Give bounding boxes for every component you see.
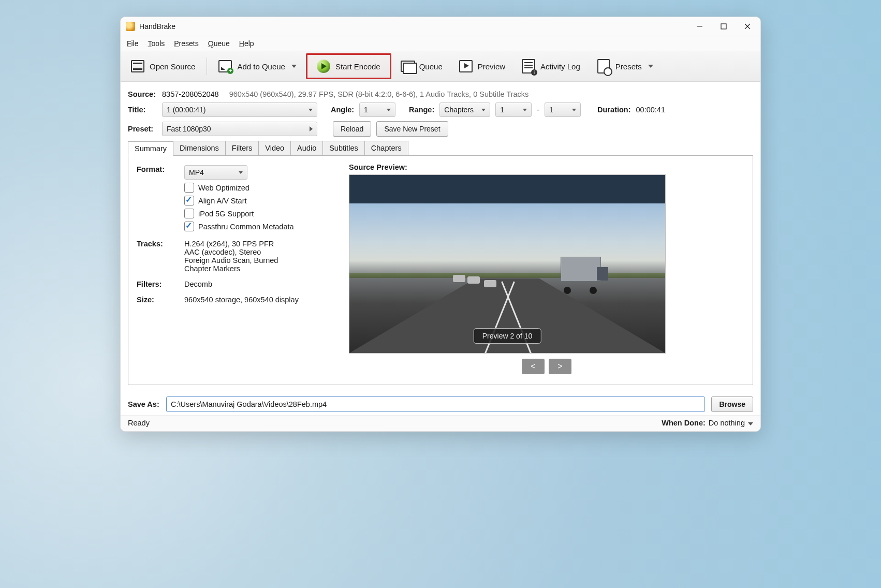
tab-audio[interactable]: Audio	[290, 141, 323, 155]
menubar: File Tools Presets Queue Help	[121, 36, 760, 51]
tab-subtitles[interactable]: Subtitles	[322, 141, 365, 155]
app-title: HandBrake	[139, 22, 175, 31]
tracks-label: Tracks:	[137, 240, 184, 248]
film-play-icon	[459, 60, 473, 73]
size-label: Size:	[137, 296, 184, 304]
log-icon: i	[522, 60, 535, 73]
toolbar: Open Source + Add to Queue Start Encode …	[121, 51, 760, 82]
browse-button[interactable]: Browse	[711, 396, 753, 412]
handbrake-window: HandBrake File Tools Presets Queue Help …	[120, 17, 761, 432]
align-av-checkbox[interactable]: Align A/V Start	[184, 196, 294, 205]
preview-truck	[561, 257, 608, 294]
when-done-select[interactable]: Do nothing	[709, 419, 753, 427]
menu-queue[interactable]: Queue	[208, 39, 230, 48]
track-line: AAC (avcodec), Stereo	[184, 248, 278, 256]
chevron-down-icon	[239, 171, 243, 174]
source-preview-image: Preview 2 of 10	[349, 174, 666, 354]
close-icon	[744, 23, 751, 30]
svg-rect-1	[721, 24, 726, 29]
range-to-select[interactable]: 1	[545, 102, 581, 117]
size-value: 960x540 storage, 960x540 display	[184, 296, 299, 304]
stack-icon	[401, 60, 414, 73]
range-from-select[interactable]: 1	[495, 102, 532, 117]
maximize-icon	[721, 23, 727, 30]
when-done-label: When Done:	[662, 419, 706, 427]
checkbox-checked-icon	[184, 222, 194, 231]
add-image-icon: +	[218, 60, 232, 73]
save-as-label: Save As:	[128, 400, 160, 408]
format-select[interactable]: MP4	[184, 165, 247, 180]
chevron-down-icon	[648, 65, 653, 68]
filters-label: Filters:	[137, 280, 184, 288]
chevron-down-icon	[572, 109, 576, 111]
tab-filters[interactable]: Filters	[225, 141, 259, 155]
source-row: Source: 8357-208052048 960x540 (960x540)…	[128, 90, 753, 98]
tab-dimensions[interactable]: Dimensions	[173, 141, 226, 155]
start-encode-button[interactable]: Start Encode	[310, 55, 388, 78]
range-label: Range:	[409, 106, 434, 114]
menu-tools[interactable]: Tools	[148, 39, 165, 48]
queue-button[interactable]: Queue	[393, 55, 450, 78]
chevron-right-icon	[310, 126, 313, 131]
ipod5g-checkbox[interactable]: iPod 5G Support	[184, 209, 294, 218]
preset-select[interactable]: Fast 1080p30	[162, 122, 317, 136]
preset-label: Preset:	[128, 125, 157, 133]
metadata-checkbox[interactable]: Passthru Common Metadata	[184, 222, 294, 231]
chevron-down-icon	[523, 109, 527, 111]
save-new-preset-button[interactable]: Save New Preset	[376, 121, 448, 137]
save-as-input[interactable]	[166, 396, 705, 412]
app-icon	[126, 22, 135, 31]
format-label: Format:	[137, 165, 184, 173]
source-label: Source:	[128, 90, 157, 98]
preview-counter: Preview 2 of 10	[474, 328, 541, 344]
title-select[interactable]: 1 (00:00:41)	[162, 102, 317, 117]
checkbox-icon	[184, 183, 194, 193]
menu-file[interactable]: File	[127, 39, 139, 48]
maximize-button[interactable]	[712, 17, 736, 36]
source-details: 960x540 (960x540), 29.97 FPS, SDR (8-bit…	[229, 90, 529, 98]
minimize-icon	[697, 23, 703, 30]
tabstrip: Summary Dimensions Filters Video Audio S…	[128, 141, 753, 156]
tab-video[interactable]: Video	[258, 141, 291, 155]
tab-summary[interactable]: Summary	[128, 141, 173, 156]
track-line: Foreign Audio Scan, Burned	[184, 256, 278, 264]
track-line: H.264 (x264), 30 FPS PFR	[184, 240, 278, 248]
play-icon	[317, 60, 330, 73]
preview-next-button[interactable]: >	[549, 359, 571, 374]
presets-button[interactable]: Presets	[590, 55, 660, 78]
chevron-down-icon	[309, 109, 313, 111]
chevron-down-icon	[387, 109, 391, 111]
source-name: 8357-208052048	[162, 90, 219, 98]
chevron-down-icon	[481, 109, 486, 111]
checkbox-checked-icon	[184, 196, 194, 205]
filmstrip-icon	[131, 60, 144, 73]
preview-button[interactable]: Preview	[452, 55, 512, 78]
summary-panel: Format: MP4 Web Optimized Align A/V Star…	[128, 156, 753, 385]
open-source-button[interactable]: Open Source	[124, 55, 202, 78]
checkbox-icon	[184, 209, 194, 218]
close-button[interactable]	[736, 17, 759, 36]
angle-label: Angle:	[331, 106, 354, 114]
status-ready: Ready	[128, 419, 150, 427]
doc-gear-icon	[597, 60, 610, 73]
title-label: Title:	[128, 106, 157, 114]
activity-log-button[interactable]: i Activity Log	[515, 55, 588, 78]
preview-prev-button[interactable]: <	[522, 359, 545, 374]
duration-value: 00:00:41	[636, 106, 665, 114]
range-mode-select[interactable]: Chapters	[439, 102, 490, 117]
titlebar: HandBrake	[121, 17, 760, 36]
filters-value: Decomb	[184, 280, 212, 288]
web-optimized-checkbox[interactable]: Web Optimized	[184, 183, 294, 193]
chevron-down-icon	[291, 65, 297, 68]
menu-presets[interactable]: Presets	[174, 39, 198, 48]
angle-select[interactable]: 1	[359, 102, 395, 117]
start-encode-highlight: Start Encode	[306, 53, 391, 79]
minimize-button[interactable]	[688, 17, 712, 36]
menu-help[interactable]: Help	[239, 39, 254, 48]
add-to-queue-button[interactable]: + Add to Queue	[211, 55, 304, 78]
track-line: Chapter Markers	[184, 264, 278, 273]
reload-button[interactable]: Reload	[333, 121, 371, 137]
tab-chapters[interactable]: Chapters	[364, 141, 408, 155]
range-dash: -	[537, 106, 539, 114]
statusbar: Ready When Done: Do nothing	[121, 415, 760, 431]
